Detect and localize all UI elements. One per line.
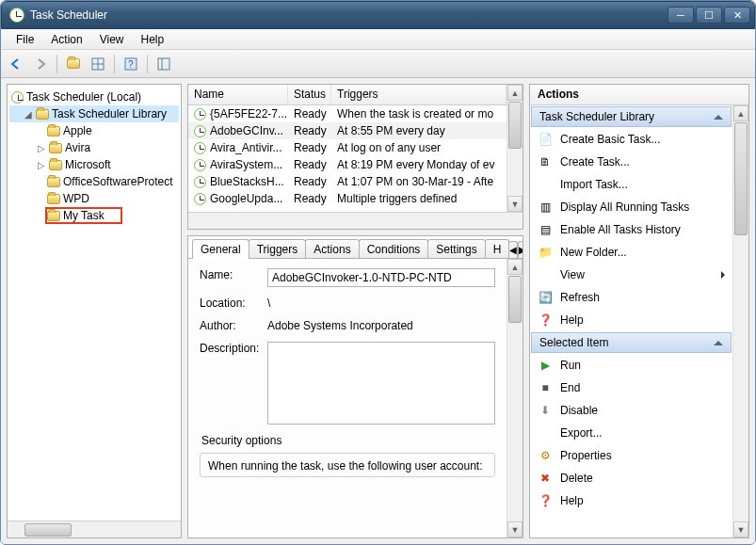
maximize-button[interactable]: ☐ <box>696 7 722 24</box>
table-view-button[interactable] <box>87 53 109 75</box>
action-delete[interactable]: ✖Delete <box>530 467 732 489</box>
task-trigger: At 8:55 PM every day <box>331 124 507 137</box>
action-label: Create Basic Task... <box>560 133 661 146</box>
action-icon: 🗎 <box>538 154 553 169</box>
tree-library[interactable]: ◢Task Scheduler Library <box>9 105 179 122</box>
tree-item[interactable]: ▷Microsoft <box>9 156 179 173</box>
action-help[interactable]: ❓Help <box>530 489 732 512</box>
task-status: Ready <box>288 158 331 171</box>
action-disable[interactable]: ⬇Disable <box>530 399 732 422</box>
svg-text:?: ? <box>128 59 134 70</box>
task-status: Ready <box>288 192 331 205</box>
description-field[interactable] <box>267 342 495 425</box>
tree-item[interactable]: WPD <box>9 190 179 207</box>
action-new-folder[interactable]: 📁New Folder... <box>530 241 732 264</box>
tab-triggers[interactable]: Triggers <box>249 239 307 258</box>
tab-scroll-left[interactable]: ◀ <box>508 241 518 258</box>
list-hscroll[interactable] <box>188 212 523 229</box>
list-vscroll[interactable]: ▲▼ <box>507 85 523 212</box>
task-trigger: At log on of any user <box>331 141 507 154</box>
table-row[interactable]: GoogleUpda...ReadyMultiple triggers defi… <box>188 190 507 207</box>
tab-settings[interactable]: Settings <box>427 239 485 258</box>
tab-scroll-right[interactable]: ▶ <box>518 241 523 258</box>
panel-button[interactable] <box>153 53 175 75</box>
menu-help[interactable]: Help <box>134 31 172 48</box>
action-enable-all-tasks-history[interactable]: ▤Enable All Tasks History <box>530 218 732 241</box>
tree-root[interactable]: Task Scheduler (Local) <box>9 88 179 105</box>
tree[interactable]: Task Scheduler (Local) ◢Task Scheduler L… <box>8 85 181 521</box>
actions-body: Task Scheduler Library 📄Create Basic Tas… <box>530 105 732 537</box>
table-row[interactable]: AdobeGCInv...ReadyAt 8:55 PM every day <box>188 122 507 139</box>
action-view[interactable]: View <box>530 264 732 286</box>
tree-item-my-task[interactable]: My Task <box>45 207 122 224</box>
menu-action[interactable]: Action <box>43 31 89 48</box>
col-triggers[interactable]: Triggers <box>331 85 507 104</box>
action-display-all-running-tasks[interactable]: ▥Display All Running Tasks <box>530 196 732 218</box>
task-trigger: At 8:19 PM every Monday of ev <box>331 158 507 171</box>
tree-hscroll[interactable] <box>8 521 181 537</box>
tree-item-label: WPD <box>63 192 89 205</box>
chevron-right-icon <box>721 271 725 279</box>
actions-group-label: Selected Item <box>539 336 608 349</box>
back-button[interactable] <box>5 53 27 75</box>
help-button[interactable]: ? <box>120 53 142 75</box>
action-help[interactable]: ❓Help <box>530 309 732 331</box>
action-run[interactable]: ▶Run <box>530 354 732 377</box>
name-label: Name: <box>200 268 267 281</box>
menu-file[interactable]: File <box>8 31 41 48</box>
task-status: Ready <box>288 124 331 137</box>
action-icon: ❓ <box>538 493 553 508</box>
tree-item[interactable]: OfficeSoftwareProtect <box>9 173 179 190</box>
location-label: Location: <box>200 297 267 310</box>
tab-conditions[interactable]: Conditions <box>359 239 429 258</box>
table-row[interactable]: AviraSystem...ReadyAt 8:19 PM every Mond… <box>188 156 507 173</box>
action-properties[interactable]: ⚙Properties <box>530 444 732 467</box>
action-icon <box>538 267 553 282</box>
tree-item-label: OfficeSoftwareProtect <box>63 175 173 188</box>
close-button[interactable]: ✕ <box>724 7 750 24</box>
action-label: New Folder... <box>560 246 627 259</box>
actions-group-selected[interactable]: Selected Item <box>531 332 732 353</box>
actions-vscroll[interactable]: ▲▼ <box>732 105 748 537</box>
action-export[interactable]: Export... <box>530 422 732 444</box>
forward-button[interactable] <box>29 53 52 75</box>
body: Task Scheduler (Local) ◢Task Scheduler L… <box>1 78 755 544</box>
expander-icon[interactable]: ◢ <box>23 109 33 120</box>
action-end[interactable]: ■End <box>530 377 732 399</box>
clock-icon <box>194 142 206 154</box>
expander-icon[interactable]: ▷ <box>36 160 46 170</box>
task-name: Avira_Antivir... <box>210 141 281 154</box>
tree-library-label: Task Scheduler Library <box>52 107 167 120</box>
up-button[interactable] <box>62 53 85 75</box>
task-name: AviraSystem... <box>210 158 282 171</box>
security-options-box: When running the task, use the following… <box>200 453 495 477</box>
details-vscroll[interactable]: ▲▼ <box>507 259 523 537</box>
action-create-task[interactable]: 🗎Create Task... <box>530 151 732 173</box>
folder-icon <box>47 211 60 221</box>
action-create-basic-task[interactable]: 📄Create Basic Task... <box>530 128 732 151</box>
tree-item[interactable]: Apple <box>9 122 179 139</box>
collapse-icon <box>714 115 723 120</box>
action-import-task[interactable]: Import Task... <box>530 173 732 196</box>
table-row[interactable]: BlueStacksH...ReadyAt 1:07 PM on 30-Mar-… <box>188 173 507 190</box>
actions-group-label: Task Scheduler Library <box>539 110 654 123</box>
minimize-button[interactable]: ─ <box>668 7 694 24</box>
details-pane: General Triggers Actions Conditions Sett… <box>187 235 523 538</box>
table-row[interactable]: Avira_Antivir...ReadyAt log on of any us… <box>188 139 507 156</box>
table-row[interactable]: {5AF5FE22-7...ReadyWhen the task is crea… <box>188 105 507 122</box>
tab-actions[interactable]: Actions <box>305 239 359 258</box>
menu-view[interactable]: View <box>92 31 132 48</box>
action-refresh[interactable]: 🔄Refresh <box>530 286 732 309</box>
actions-group-library[interactable]: Task Scheduler Library <box>531 106 732 127</box>
name-field[interactable] <box>267 268 495 287</box>
list-body[interactable]: {5AF5FE22-7...ReadyWhen the task is crea… <box>188 105 507 212</box>
col-name[interactable]: Name <box>188 85 288 104</box>
collapse-icon <box>714 341 723 345</box>
col-status[interactable]: Status <box>288 85 331 104</box>
tab-history[interactable]: H <box>485 239 510 258</box>
tree-item[interactable]: ▷Avira <box>9 139 179 156</box>
task-name: BlueStacksH... <box>210 175 284 188</box>
expander-icon[interactable]: ▷ <box>36 143 46 153</box>
action-label: Display All Running Tasks <box>560 200 689 214</box>
tab-general[interactable]: General <box>192 239 249 259</box>
